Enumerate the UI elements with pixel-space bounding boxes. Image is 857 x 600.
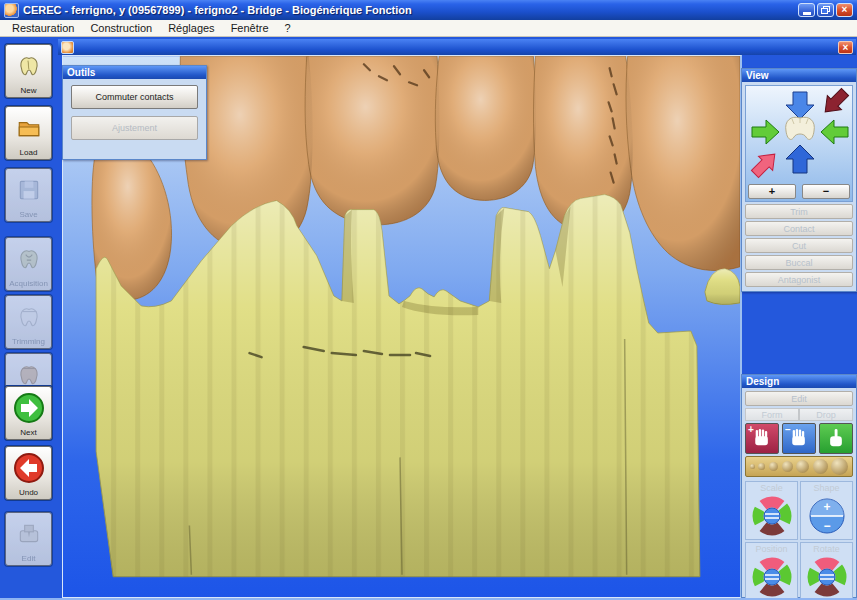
view-panel: View <box>741 68 857 292</box>
rotate-diagonal-front-arrow-icon[interactable] <box>748 147 782 179</box>
folder-icon <box>15 107 43 148</box>
shape-plus-glyph: + <box>823 500 830 514</box>
view-trim-button[interactable]: Trim <box>745 204 853 219</box>
restore-button[interactable] <box>817 3 834 17</box>
rotation-arrows <box>748 87 852 179</box>
ajustement-button[interactable]: Ajustement <box>71 116 198 140</box>
design-panel-title[interactable]: Design <box>742 375 856 388</box>
view-cut-button[interactable]: Cut <box>745 238 853 253</box>
sidebar-button-label: Trimming <box>12 337 45 348</box>
sidebar-button-label: Edit <box>22 554 36 565</box>
floppy-icon <box>16 169 42 210</box>
restore-icon <box>821 6 830 14</box>
sidebar-button-edit[interactable]: Edit <box>5 512 52 566</box>
drop-tool-label[interactable]: Drop <box>799 408 853 421</box>
sidebar-button-label: Next <box>20 428 36 439</box>
rotate-up-arrow-icon[interactable] <box>786 145 814 173</box>
close-button[interactable]: × <box>836 3 853 17</box>
position-pad-icon <box>749 555 795 599</box>
menu-bar: Restauration Construction Réglages Fenêt… <box>0 20 857 37</box>
sidebar-button-label: Save <box>19 210 37 221</box>
sidebar-button-new[interactable]: New <box>5 44 52 98</box>
commuter-contacts-button[interactable]: Commuter contacts <box>71 85 198 109</box>
title-bar[interactable]: CEREC - ferrigno, y (09567899) - ferigno… <box>0 0 857 20</box>
menu-fenetre[interactable]: Fenêtre <box>223 22 277 34</box>
tooth-trim-icon <box>16 296 42 337</box>
brush-size-selector[interactable] <box>745 456 853 477</box>
sidebar-button-acquisition[interactable]: Acquisition <box>5 237 52 291</box>
menu-reglages[interactable]: Réglages <box>160 22 222 34</box>
sidebar-button-label: Load <box>20 148 38 159</box>
sidebar-button-save[interactable]: Save <box>5 168 52 222</box>
close-icon: × <box>842 5 848 15</box>
view-buccal-button[interactable]: Buccal <box>745 255 853 270</box>
tooth-new-icon <box>16 45 42 86</box>
sidebar-button-next[interactable]: Next <box>5 386 52 440</box>
brush-size-5[interactable] <box>796 460 809 473</box>
zoom-out-button[interactable]: − <box>802 184 850 199</box>
brush-size-1[interactable] <box>750 464 755 469</box>
scale-control[interactable]: Scale <box>745 481 798 540</box>
form-tool-label[interactable]: Form <box>745 408 799 421</box>
app-logo-icon <box>4 3 19 18</box>
brush-size-4[interactable] <box>782 461 793 472</box>
rotate-diagonal-back-arrow-icon[interactable] <box>818 87 852 119</box>
add-material-tool-button[interactable]: + <box>745 423 779 454</box>
view-contact-button[interactable]: Contact <box>745 221 853 236</box>
hand-remove-icon <box>790 429 808 449</box>
view-panel-title[interactable]: View <box>742 69 856 82</box>
rotate-down-arrow-icon[interactable] <box>786 92 814 119</box>
shape-control[interactable]: Shape + − <box>800 481 853 540</box>
shape-minus-glyph: − <box>823 519 830 533</box>
rotation-pad: + − <box>745 85 853 202</box>
minimize-icon <box>803 12 811 15</box>
remove-material-tool-button[interactable]: − <box>782 423 816 454</box>
smooth-tool-button[interactable] <box>819 423 853 454</box>
view-antagonist-button[interactable]: Antagonist <box>745 272 853 287</box>
rotate-pad-icon <box>804 555 850 599</box>
sidebar-button-load[interactable]: Load <box>5 106 52 160</box>
rotate-right-arrow-icon[interactable] <box>752 120 779 144</box>
rotate-left-arrow-icon[interactable] <box>821 120 848 144</box>
mill-icon <box>15 513 43 554</box>
menu-construction[interactable]: Construction <box>82 22 160 34</box>
brush-size-7[interactable] <box>831 458 848 475</box>
minus-badge: − <box>785 424 791 435</box>
brush-size-6[interactable] <box>813 459 828 474</box>
sidebar-button-label: Acquisition <box>9 279 48 290</box>
next-arrow-icon <box>12 387 46 428</box>
hand-add-icon <box>753 429 771 449</box>
rotate-label: Rotate <box>813 544 840 555</box>
tooth-acquisition-icon <box>16 238 42 279</box>
close-icon: × <box>843 42 849 53</box>
tools-panel-title[interactable]: Outils <box>63 66 206 79</box>
rotate-control[interactable]: Rotate <box>800 542 853 600</box>
minimize-button[interactable] <box>798 3 815 17</box>
position-label: Position <box>755 544 787 555</box>
brush-size-3[interactable] <box>769 462 778 471</box>
sidebar-button-label: New <box>20 86 36 97</box>
cerec-application-window: CEREC - ferrigno, y (09567899) - ferigno… <box>0 0 857 600</box>
workspace-close-button[interactable]: × <box>838 41 853 54</box>
workspace-window: × <box>57 37 857 600</box>
position-control[interactable]: Position <box>745 542 798 600</box>
brush-size-2[interactable] <box>758 463 765 470</box>
design-panel: Design Edit Form Drop + − <box>741 374 857 598</box>
zoom-in-button[interactable]: + <box>748 184 796 199</box>
undo-arrow-icon <box>12 447 46 488</box>
workspace-title-bar[interactable]: × <box>58 39 856 55</box>
sidebar-button-label: Undo <box>19 488 38 499</box>
hand-point-icon <box>827 429 845 449</box>
shape-pad-icon: + − <box>804 494 850 538</box>
shape-label: Shape <box>813 483 839 494</box>
menu-restauration[interactable]: Restauration <box>4 22 82 34</box>
sidebar-button-trimming[interactable]: Trimming <box>5 295 52 349</box>
plus-badge: + <box>748 424 754 435</box>
scale-pad-icon <box>749 494 795 538</box>
design-edit-button[interactable]: Edit <box>745 391 853 406</box>
menu-help[interactable]: ? <box>277 22 299 34</box>
tools-panel: Outils Commuter contacts Ajustement <box>62 65 207 160</box>
tooth-model-icon <box>786 117 815 139</box>
sidebar-button-undo[interactable]: Undo <box>5 446 52 500</box>
workspace-tooth-icon <box>61 41 74 54</box>
